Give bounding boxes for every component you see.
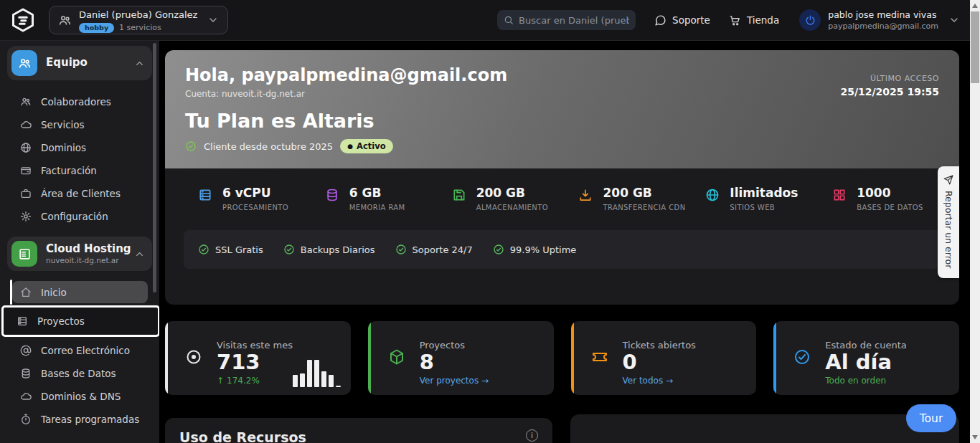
chevron-down-icon	[948, 14, 960, 26]
list-rows-icon	[17, 315, 28, 327]
resources-title: Uso de Recursos	[179, 429, 306, 443]
search-icon	[504, 15, 514, 25]
visits-sparkline	[293, 358, 341, 387]
gear-icon	[20, 211, 32, 222]
briefcase-icon	[20, 188, 32, 199]
sidebar-item-label: Área de Clientes	[41, 188, 121, 199]
sidebar-item-colaboradores[interactable]: Colaboradores	[7, 90, 152, 113]
stat-title: Visitas este mes	[217, 340, 293, 351]
at-sign-icon	[20, 345, 32, 356]
stat-value: 713	[217, 351, 293, 374]
plan-specs-row: 6 vCPUPROCESAMIENTO 6 GBMEMORIA RAM 200 …	[165, 168, 959, 211]
page-scrollbar[interactable]	[970, 0, 980, 443]
tour-button[interactable]: Tour	[906, 404, 956, 432]
last-access-value: 25/12/2025 19:55	[840, 86, 939, 97]
spark-bar	[314, 360, 319, 387]
spark-bar	[300, 373, 305, 387]
sidebar-item-tareas-programadas[interactable]: Tareas programadas	[7, 408, 152, 431]
download-icon	[578, 188, 593, 202]
user-menu[interactable]: pablo jose medina vivas paypalpmedina@gm…	[799, 9, 960, 31]
plan-hero-card: Hola, paypalpmedina@gmail.com Cuenta: nu…	[165, 50, 959, 305]
home-icon	[20, 287, 32, 298]
check-circle-icon	[283, 244, 295, 255]
app-logo-icon[interactable]	[10, 7, 36, 33]
check-circle-icon	[198, 244, 209, 255]
sidebar-item-proyectos[interactable]: Proyectos	[9, 310, 158, 333]
account-status-card: Estado de cuenta Al día Todo en orden	[773, 321, 959, 395]
scroll-down-icon[interactable]	[972, 435, 978, 439]
spark-bar	[307, 360, 312, 387]
support-button[interactable]: Soporte	[654, 14, 710, 27]
support-chat-icon	[654, 14, 666, 27]
spec-storage: 200 GBALMACENAMIENTO	[452, 186, 579, 211]
sidebar-item-correo-electronico[interactable]: Correo Electrónico	[7, 339, 152, 362]
sidebar-section-equipo[interactable]: Equipo	[7, 46, 152, 80]
stat-title: Tickets abiertos	[623, 340, 696, 351]
services-count: 1 servicios	[119, 23, 161, 32]
sidebar-item-bases-de-datos[interactable]: Bases de Datos	[7, 362, 152, 385]
section-label: Cloud Hosting	[46, 243, 131, 255]
report-error-tab[interactable]: Reportar un error	[938, 166, 959, 278]
bottom-panels: Uso de Recursos i Análisis de Tráfico ● …	[165, 418, 959, 443]
main-content: Hola, paypalpmedina@gmail.com Cuenta: nu…	[159, 41, 970, 443]
feature-ssl: SSL Gratis	[198, 244, 263, 255]
store-button[interactable]: Tienda	[729, 14, 779, 27]
client-since: Cliente desde octubre 2025	[204, 141, 333, 152]
check-circle-icon	[395, 244, 407, 255]
sidebar-item-inicio[interactable]: Inicio	[12, 281, 148, 303]
sidebar-section-cloud-hosting[interactable]: Cloud Hosting nuveoit.it-dg.net.ar	[7, 237, 152, 271]
spec-cpu: 6 vCPUPROCESAMIENTO	[198, 186, 325, 211]
sidebar-item-label: Bases de Datos	[41, 368, 116, 379]
view-projects-link[interactable]: Ver proyectos →	[420, 376, 489, 386]
stat-value: 8	[420, 351, 489, 374]
top-bar: Daniel (prueba) Gonzalez hobby 1 servici…	[0, 0, 970, 41]
eye-icon	[185, 348, 202, 366]
feature-support: Soporte 24/7	[395, 244, 473, 255]
chevron-up-icon	[134, 249, 145, 259]
search-box	[497, 10, 636, 30]
view-all-tickets-link[interactable]: Ver todos →	[623, 376, 696, 386]
database-icon	[20, 368, 32, 379]
sidebar-item-configuracion[interactable]: Configuración	[7, 205, 152, 228]
scroll-up-icon[interactable]	[972, 4, 978, 8]
sidebar-item-label: Dominios & DNS	[41, 391, 121, 402]
sidebar-item-label: Colaboradores	[41, 96, 111, 108]
traffic-panel: Análisis de Tráfico ● Este mes: 713 ● Me…	[570, 414, 959, 443]
globe-icon	[705, 188, 720, 202]
feature-uptime: 99.9% Uptime	[493, 244, 577, 255]
stats-row: Visitas este mes 713 ↑ 174.2% Proyectos …	[165, 321, 959, 395]
trend: ↑ 174.2%	[217, 376, 293, 386]
sidebar-item-dominios-dns[interactable]: Dominios & DNS	[7, 385, 152, 408]
visits-card: Visitas este mes 713 ↑ 174.2%	[165, 321, 351, 395]
team-section-icon	[11, 50, 37, 76]
search-input[interactable]	[519, 15, 629, 26]
save-disk-icon	[452, 188, 466, 202]
sidebar-item-area-de-clientes[interactable]: Área de Clientes	[7, 182, 152, 205]
user-email: paypalpmedina@gmail.com	[828, 22, 938, 31]
scrollbar-thumb[interactable]	[971, 11, 979, 83]
sidebar-item-label: Inicio	[41, 287, 67, 298]
resources-panel: Uso de Recursos i	[165, 418, 552, 443]
sidebar-item-label: Tareas programadas	[41, 414, 139, 425]
team-users-icon	[58, 14, 72, 27]
sidebar-scrollbar[interactable]	[153, 43, 156, 292]
section-subtitle: nuveoit.it-dg.net.ar	[46, 256, 131, 265]
cloud-icon	[20, 391, 32, 402]
team-selector[interactable]: Daniel (prueba) Gonzalez hobby 1 servici…	[49, 6, 228, 34]
feature-backups: Backups Diarios	[283, 244, 375, 255]
stat-title: Proyectos	[420, 340, 489, 351]
check-circle-icon	[185, 140, 197, 152]
sidebar-item-facturacion[interactable]: Facturación	[7, 159, 152, 182]
plan-title: Tu Plan es Altaris	[185, 110, 507, 132]
info-icon[interactable]: i	[526, 429, 538, 442]
sidebar-item-label: Dominios	[41, 142, 86, 153]
sidebar-item-dominios[interactable]: Dominios	[7, 136, 152, 159]
sidebar-item-label: Proyectos	[37, 315, 85, 327]
chevron-up-icon	[134, 58, 145, 69]
status-note: Todo en orden	[825, 376, 906, 386]
sidebar-item-servicios[interactable]: Servicios	[7, 113, 152, 136]
users-icon	[20, 96, 32, 108]
plan-badge: hobby	[79, 23, 114, 33]
projects-card: Proyectos 8 Ver proyectos →	[368, 321, 554, 395]
last-access-label: ÚLTIMO ACCESO	[840, 74, 939, 83]
